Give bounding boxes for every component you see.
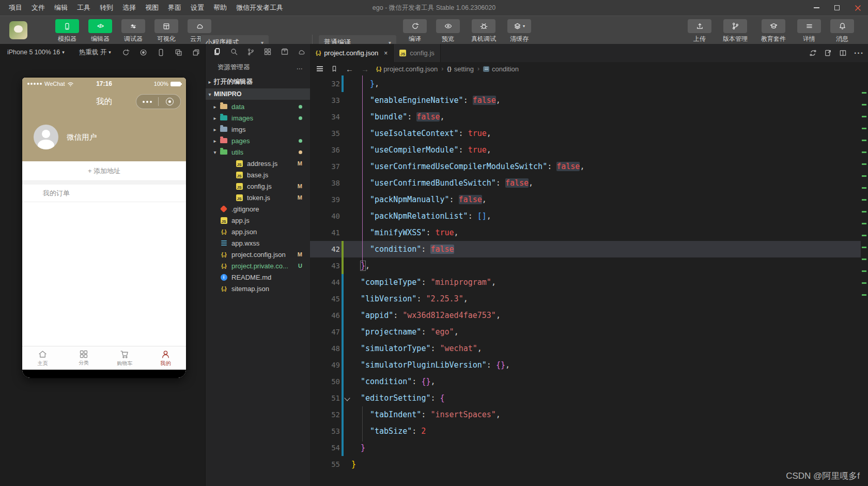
tree-item-imgs[interactable]: ▸imgs: [206, 124, 311, 135]
layout-icon[interactable]: [154, 19, 178, 33]
folder-icon: [219, 138, 228, 143]
sim-screenshot-icon[interactable]: [175, 49, 182, 56]
tree-item-config.js[interactable]: JSconfig.jsM: [206, 180, 311, 192]
minimize-button[interactable]: [806, 0, 827, 16]
source-control-icon[interactable]: [247, 48, 255, 56]
lines-icon[interactable]: [797, 19, 821, 33]
bell-icon[interactable]: [830, 19, 854, 33]
sim-detach-window-icon[interactable]: [192, 49, 200, 56]
refresh-icon[interactable]: [403, 19, 427, 33]
menu-item-1[interactable]: 文件: [27, 0, 50, 16]
close-button[interactable]: [847, 0, 868, 16]
modified-line-mark: [862, 270, 866, 272]
open-editors-section[interactable]: ▸ 打开的编辑器: [206, 76, 311, 87]
my-orders-item[interactable]: 我的订单: [22, 185, 186, 202]
phone-tab-2[interactable]: 购物车: [104, 346, 145, 370]
user-avatar[interactable]: [9, 21, 27, 39]
cart-icon: [120, 350, 130, 359]
bug-icon[interactable]: [472, 19, 495, 33]
sync-icon[interactable]: [809, 49, 817, 57]
tree-item-project.config.json[interactable]: {..}project.config.jsonM: [206, 249, 311, 260]
breadcrumb-item-setting[interactable]: {}setting: [447, 65, 474, 73]
tree-item-utils[interactable]: ▾utils: [206, 146, 311, 158]
code-line-53: 53"tabSize": 2: [310, 423, 861, 439]
tree-item-data[interactable]: ▸data: [206, 101, 311, 112]
tree-item-app.js[interactable]: JSapp.js: [206, 215, 311, 226]
breadcrumb-separator: ›: [441, 65, 443, 72]
code-area[interactable]: 32},33"enableEngineNative": false,34"bun…: [310, 75, 868, 486]
project-root-folder[interactable]: ▾ MINIPRO: [206, 88, 311, 100]
forward-arrow-icon[interactable]: →: [361, 65, 369, 73]
chevron-right-icon: ▸: [211, 138, 219, 144]
tree-item-.gitignore[interactable]: .gitignore: [206, 203, 311, 215]
avatar[interactable]: [34, 125, 58, 149]
back-arrow-icon[interactable]: ←: [346, 65, 353, 73]
search-icon[interactable]: [230, 48, 238, 56]
open-preview-icon[interactable]: [824, 49, 832, 57]
menu-item-10[interactable]: 微信开发者工具: [231, 0, 288, 16]
code-line-39: 39"packNpmManually": false,: [310, 191, 861, 208]
sliders-icon[interactable]: [121, 19, 145, 33]
exit-button[interactable]: [159, 95, 180, 109]
extensions-icon[interactable]: [264, 48, 272, 56]
menu-item-3[interactable]: 工具: [72, 0, 95, 16]
editor-tab-project.config.json[interactable]: {..}project.config.json×: [310, 44, 394, 62]
bookmark-icon[interactable]: [331, 65, 338, 72]
menu-item-5[interactable]: 选择: [118, 0, 141, 16]
file-label: images: [231, 114, 253, 122]
sim-refresh-icon[interactable]: [122, 49, 130, 56]
sim-device-icon[interactable]: [157, 49, 165, 56]
files-icon[interactable]: [213, 48, 221, 56]
modified-line-mark: [862, 104, 866, 105]
tree-item-address.js[interactable]: JSaddress.jsM: [206, 158, 311, 169]
tree-item-app.wxss[interactable]: app.wxss: [206, 237, 311, 249]
breadcrumb-item-condition[interactable]: condition: [483, 65, 519, 73]
eye-icon[interactable]: [436, 19, 460, 33]
tree-item-images[interactable]: ▸images: [206, 112, 311, 124]
editor-tab-config.js[interactable]: JSconfig.js: [394, 44, 441, 62]
breadcrumb-item-project.config.json[interactable]: {..}project.config.json: [376, 65, 438, 73]
code-icon[interactable]: </>: [88, 19, 112, 33]
cloud-icon[interactable]: [188, 19, 211, 33]
tree-item-pages[interactable]: ▸pages: [206, 135, 311, 146]
more-button[interactable]: [136, 95, 158, 109]
menu-item-7[interactable]: 界面: [163, 0, 186, 16]
package-icon[interactable]: [281, 48, 289, 56]
fold-chevron-icon[interactable]: [344, 390, 350, 406]
overview-ruler[interactable]: [861, 44, 867, 486]
menu-item-9[interactable]: 帮助: [209, 0, 231, 16]
braces-glyph: {..}: [221, 229, 226, 235]
phone-tab-3[interactable]: 我的: [145, 346, 186, 370]
cloud-icon[interactable]: [298, 48, 305, 56]
outline-icon[interactable]: [317, 66, 323, 71]
close-icon[interactable]: ×: [384, 50, 388, 57]
add-address-button[interactable]: + 添加地址: [22, 161, 186, 181]
menu-item-6[interactable]: 视图: [141, 0, 163, 16]
sim-record-icon[interactable]: [140, 49, 147, 56]
education-icon[interactable]: [762, 19, 785, 33]
right-button-label-3: 详情: [803, 35, 815, 43]
tree-item-app.json[interactable]: {..}app.json: [206, 226, 311, 237]
more-actions-button[interactable]: …: [297, 64, 311, 71]
hot-reload-toggle[interactable]: 热重载 开 ▾: [72, 44, 118, 60]
menu-item-8[interactable]: 设置: [186, 0, 209, 16]
phone-tab-1[interactable]: 分类: [63, 346, 104, 370]
maximize-button[interactable]: [827, 0, 847, 16]
menu-item-4[interactable]: 转到: [95, 0, 118, 16]
split-editor-icon[interactable]: [839, 49, 847, 57]
tree-item-project.private.co...[interactable]: {..}project.private.co...U: [206, 260, 311, 271]
file-label: sitemap.json: [231, 285, 269, 293]
upload-icon[interactable]: [688, 19, 711, 33]
tree-item-token.js[interactable]: JStoken.jsM: [206, 192, 311, 203]
device-selector[interactable]: iPhone 5 100% 16 ▾: [0, 44, 72, 60]
layers-icon[interactable]: ▾: [507, 19, 531, 33]
menu-item-2[interactable]: 编辑: [50, 0, 72, 16]
phone-icon[interactable]: [55, 19, 79, 33]
branch-icon[interactable]: [723, 19, 747, 33]
tree-item-base.js[interactable]: JSbase.js: [206, 169, 311, 180]
tree-item-README.md[interactable]: iREADME.md: [206, 271, 311, 283]
menu-item-0[interactable]: 项目: [4, 0, 27, 16]
tree-item-sitemap.json[interactable]: {..}sitemap.json: [206, 283, 311, 294]
file-tree: ▸data▸images▸imgs▸pages▾utilsJSaddress.j…: [206, 101, 311, 294]
phone-tab-0[interactable]: 主页: [22, 346, 63, 370]
